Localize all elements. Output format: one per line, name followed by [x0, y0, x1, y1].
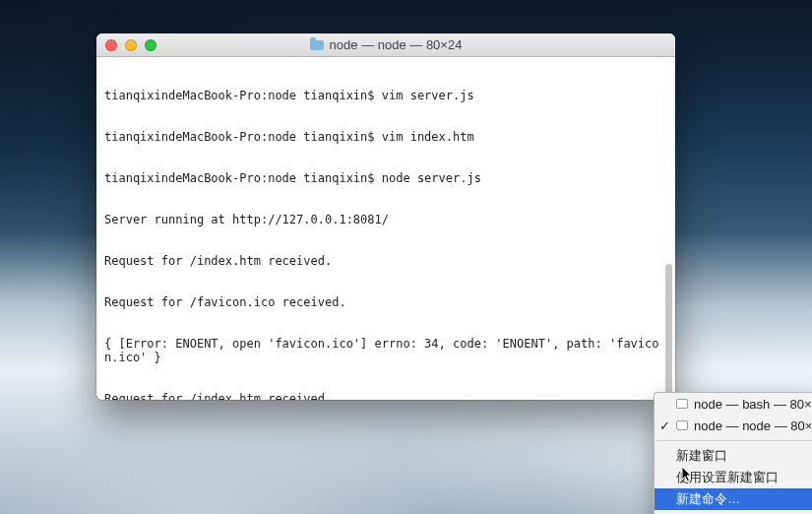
checkmark-icon: ✓	[659, 418, 670, 433]
menu-item-new-command[interactable]: 新建命令…	[655, 488, 812, 510]
tab-icon	[676, 399, 688, 409]
terminal-line: tianqixindeMacBook-Pro:node tianqixin$ n…	[104, 171, 667, 185]
terminal-line: tianqixindeMacBook-Pro:node tianqixin$ v…	[104, 130, 667, 144]
window-title: node — node — 80×24	[96, 37, 675, 52]
folder-icon	[310, 40, 324, 50]
menu-item-label: 新建窗口	[676, 447, 727, 465]
menu-item-new-remote-connection[interactable]: 新建远程连接…	[655, 510, 812, 514]
scrollbar-thumb[interactable]	[665, 264, 672, 400]
menu-separator	[656, 440, 812, 441]
menu-item-tab-bash[interactable]: node — bash — 80×	[655, 393, 812, 415]
terminal-line: Server running at http://127.0.0.1:8081/	[104, 213, 667, 226]
menu-item-new-window[interactable]: 新建窗口	[655, 445, 812, 467]
tab-icon	[676, 420, 688, 430]
titlebar[interactable]: node — node — 80×24	[96, 33, 675, 57]
menu-item-new-window-with-settings[interactable]: 使用设置新建窗口	[655, 467, 812, 488]
menu-item-label: node — node — 80×	[694, 418, 812, 433]
menu-item-tab-node[interactable]: ✓ node — node — 80×	[655, 415, 812, 436]
menu-item-label: 新建命令…	[676, 490, 740, 508]
mouse-cursor-icon	[681, 466, 693, 483]
context-menu[interactable]: node — bash — 80× ✓ node — node — 80× 新建…	[654, 392, 812, 514]
terminal-body[interactable]: tianqixindeMacBook-Pro:node tianqixin$ v…	[96, 57, 675, 400]
terminal-line: { [Error: ENOENT, open 'favicon.ico'] er…	[104, 337, 667, 364]
terminal-line: Request for /favicon.ico received.	[104, 295, 667, 309]
menu-item-label: node — bash — 80×	[694, 397, 812, 412]
window-title-text: node — node — 80×24	[330, 37, 463, 52]
terminal-line: Request for /index.htm received.	[104, 254, 667, 268]
terminal-window: node — node — 80×24 tianqixindeMacBook-P…	[96, 33, 675, 400]
terminal-line: Request for /index.htm received.	[104, 392, 667, 400]
terminal-line: tianqixindeMacBook-Pro:node tianqixin$ v…	[104, 89, 667, 102]
